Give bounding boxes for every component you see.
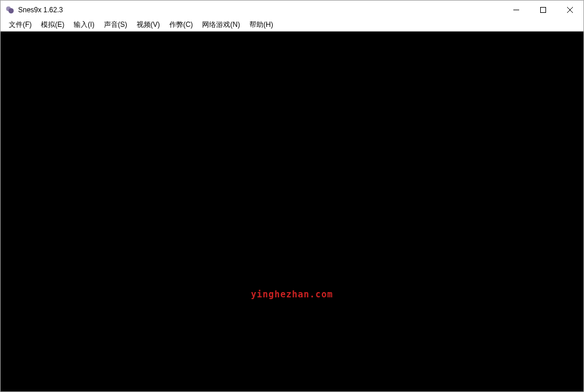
window-title: Snes9x 1.62.3 [18, 6, 63, 14]
app-icon [5, 5, 15, 15]
close-button[interactable] [557, 1, 583, 19]
watermark-text: yinghezhan.com [251, 289, 333, 300]
menu-file[interactable]: 文件(F) [4, 19, 36, 31]
svg-rect-3 [541, 7, 546, 12]
minimize-button[interactable] [503, 1, 530, 19]
menu-emulation[interactable]: 模拟(E) [36, 19, 69, 31]
titlebar[interactable]: Snes9x 1.62.3 [1, 1, 583, 19]
menubar: 文件(F) 模拟(E) 输入(I) 声音(S) 视频(V) 作弊(C) 网络游戏… [1, 19, 583, 30]
svg-point-1 [9, 8, 14, 13]
menu-netplay[interactable]: 网络游戏(N) [197, 19, 245, 31]
menu-sound[interactable]: 声音(S) [99, 19, 132, 31]
window-controls [503, 1, 583, 19]
menu-video[interactable]: 视频(V) [132, 19, 165, 31]
menu-help[interactable]: 帮助(H) [245, 19, 278, 31]
menu-cheat[interactable]: 作弊(C) [165, 19, 198, 31]
emulator-display: yinghezhan.com [1, 32, 583, 391]
menu-input[interactable]: 输入(I) [69, 19, 99, 31]
maximize-button[interactable] [530, 1, 557, 19]
